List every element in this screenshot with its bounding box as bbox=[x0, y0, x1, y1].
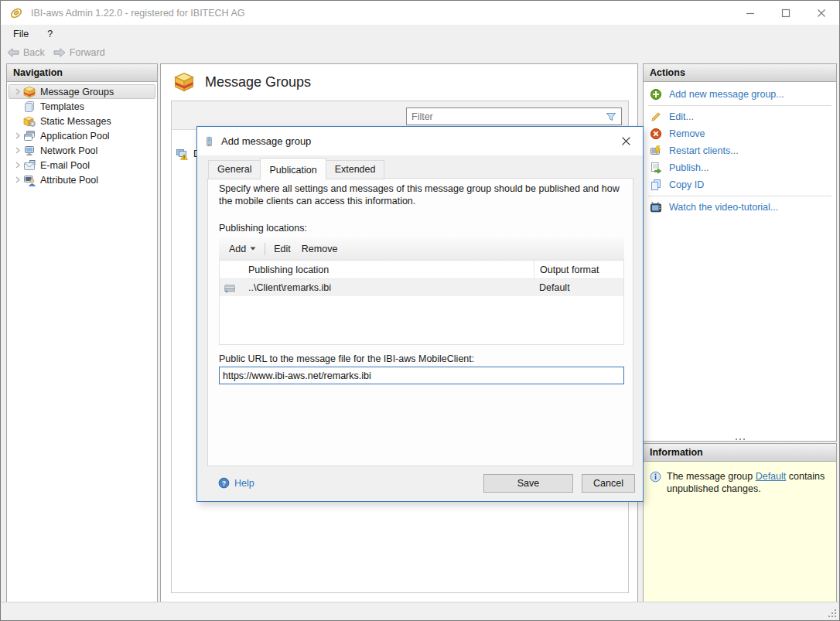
chevron-right-icon bbox=[15, 176, 21, 183]
cancel-button[interactable]: Cancel bbox=[582, 474, 635, 493]
nav-item-label: E-mail Pool bbox=[40, 160, 90, 171]
publication-description: Specify where all settings and messages … bbox=[219, 183, 626, 207]
dialog-tab-strip: General Publication Extended bbox=[208, 158, 384, 179]
mobile-client-icon bbox=[204, 135, 214, 148]
information-panel: Information The message group Default co… bbox=[643, 443, 837, 602]
chevron-right-icon bbox=[15, 132, 21, 139]
menu-help[interactable]: ? bbox=[47, 29, 53, 39]
forward-arrow-icon bbox=[53, 47, 67, 58]
close-icon bbox=[621, 136, 631, 146]
divider bbox=[648, 105, 831, 106]
chevron-right-icon bbox=[15, 162, 21, 169]
nav-item-static-messages[interactable]: Static Messages bbox=[9, 114, 155, 128]
default-message-group-link[interactable]: Default bbox=[756, 471, 787, 482]
chevron-right-icon bbox=[15, 88, 21, 95]
status-bar bbox=[1, 602, 839, 620]
output-format-column-header: Output format bbox=[534, 261, 623, 278]
information-panel-header: Information bbox=[644, 444, 836, 462]
publishing-locations-label: Publishing locations: bbox=[219, 223, 307, 234]
chevron-right-icon bbox=[15, 147, 21, 154]
svg-text:?: ? bbox=[222, 479, 226, 487]
action-add-new-message-group[interactable]: Add new message group... bbox=[644, 86, 836, 103]
nav-item-message-groups[interactable]: Message Groups bbox=[9, 84, 155, 99]
save-button[interactable]: Save bbox=[483, 474, 573, 493]
maximize-icon bbox=[781, 9, 790, 18]
icon-column-header bbox=[220, 261, 240, 278]
static-messages-icon bbox=[23, 115, 36, 128]
edit-location-label: Edit bbox=[274, 244, 291, 254]
action-label: Restart clients... bbox=[669, 145, 739, 156]
minimize-icon bbox=[746, 9, 755, 18]
remove-location-button[interactable]: Remove bbox=[298, 242, 342, 256]
nav-item-application-pool[interactable]: Application Pool bbox=[9, 128, 155, 143]
email-pool-icon bbox=[23, 159, 36, 172]
copy-id-icon bbox=[650, 179, 662, 191]
publish-icon bbox=[650, 162, 662, 174]
maximize-button[interactable] bbox=[768, 1, 804, 25]
tab-extended[interactable]: Extended bbox=[326, 160, 385, 179]
nav-item-network-pool[interactable]: Network Pool bbox=[9, 143, 155, 158]
tab-general[interactable]: General bbox=[208, 160, 261, 179]
edit-pencil-icon bbox=[650, 111, 662, 123]
nav-item-label: Attribute Pool bbox=[40, 175, 98, 186]
nav-item-attribute-pool[interactable]: Attribute Pool bbox=[9, 172, 155, 187]
app-logo-icon bbox=[10, 7, 24, 19]
nav-item-label: Network Pool bbox=[40, 145, 97, 156]
navigation-panel: Navigation Message Groups Templates bbox=[6, 63, 158, 602]
forward-button[interactable]: Forward bbox=[53, 47, 105, 58]
panel-splitter-handle[interactable] bbox=[736, 438, 745, 440]
edit-location-button[interactable]: Edit bbox=[270, 242, 295, 256]
application-pool-icon bbox=[23, 130, 36, 142]
publishing-location-column-header: Publishing location bbox=[240, 261, 534, 278]
back-arrow-icon bbox=[6, 47, 20, 58]
nav-item-label: Application Pool bbox=[40, 131, 110, 142]
filter-box bbox=[406, 107, 622, 125]
action-restart-clients[interactable]: Restart clients... bbox=[644, 142, 836, 159]
window-title: IBI-aws Admin 1.22.0 - registered for IB… bbox=[31, 8, 245, 19]
message-groups-icon bbox=[23, 86, 36, 98]
action-edit[interactable]: Edit... bbox=[644, 108, 836, 125]
resize-grip[interactable] bbox=[827, 608, 837, 618]
title-bar: IBI-aws Admin 1.22.0 - registered for IB… bbox=[1, 1, 839, 25]
actions-panel-header: Actions bbox=[644, 64, 836, 82]
network-pool-icon bbox=[23, 145, 36, 157]
action-label: Watch the video-tutorial... bbox=[669, 202, 778, 213]
action-label: Publish... bbox=[669, 162, 709, 173]
restart-clients-icon bbox=[650, 145, 662, 157]
back-label: Back bbox=[23, 47, 45, 58]
add-icon bbox=[650, 88, 662, 101]
filter-funnel-icon[interactable] bbox=[605, 111, 617, 123]
video-tutorial-icon bbox=[650, 201, 662, 213]
dialog-close-button[interactable] bbox=[618, 134, 633, 149]
public-url-label: Public URL to the message file for the I… bbox=[219, 353, 474, 364]
menu-file[interactable]: File bbox=[13, 29, 29, 39]
action-copy-id[interactable]: Copy ID bbox=[644, 176, 836, 193]
close-button[interactable] bbox=[804, 1, 839, 25]
public-url-input[interactable] bbox=[219, 367, 624, 384]
tab-publication[interactable]: Publication bbox=[260, 158, 326, 180]
minimize-button[interactable] bbox=[732, 1, 768, 25]
nav-item-label: Templates bbox=[40, 101, 84, 112]
nav-item-email-pool[interactable]: E-mail Pool bbox=[9, 158, 155, 172]
add-location-button[interactable]: Add bbox=[225, 242, 260, 256]
toolbar-separator bbox=[265, 243, 265, 255]
publication-tab-page: Specify where all settings and messages … bbox=[207, 178, 633, 466]
remove-icon bbox=[650, 128, 662, 140]
action-remove[interactable]: Remove bbox=[644, 125, 836, 142]
info-text-before: The message group bbox=[667, 471, 756, 482]
nav-item-templates[interactable]: Templates bbox=[9, 99, 155, 114]
action-watch-video-tutorial[interactable]: Watch the video-tutorial... bbox=[644, 199, 836, 216]
dropdown-arrow-icon bbox=[250, 247, 256, 251]
information-message: The message group Default contains unpub… bbox=[667, 470, 830, 495]
filter-input[interactable] bbox=[407, 111, 605, 123]
nav-item-label: Message Groups bbox=[40, 87, 114, 97]
action-label: Remove bbox=[669, 128, 705, 139]
divider bbox=[648, 196, 831, 196]
publishing-location-row[interactable]: ..\Client\remarks.ibi Default bbox=[220, 279, 623, 296]
help-link[interactable]: ? Help bbox=[218, 477, 254, 489]
back-button[interactable]: Back bbox=[6, 47, 45, 58]
action-publish[interactable]: Publish... bbox=[644, 159, 836, 176]
action-label: Add new message group... bbox=[669, 89, 784, 100]
action-label: Edit... bbox=[669, 111, 694, 122]
navigation-panel-header: Navigation bbox=[7, 64, 157, 82]
